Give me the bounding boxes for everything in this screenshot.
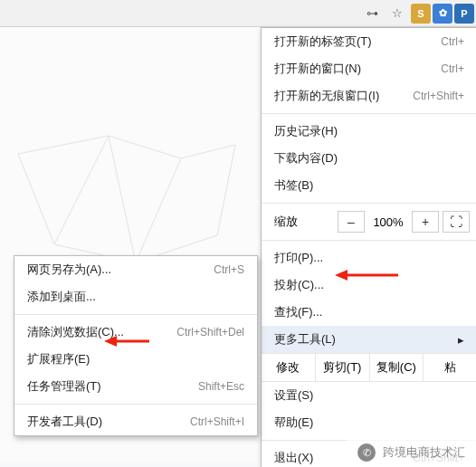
copy-button[interactable]: 复制(C) <box>370 354 424 381</box>
menu-more-tools[interactable]: 更多工具(L)▸ <box>262 326 476 353</box>
menu-edit-row: 修改 剪切(T) 复制(C) 粘 <box>262 353 476 382</box>
menu-help[interactable]: 帮助(E) <box>262 409 476 436</box>
menu-label: 退出(X) <box>274 450 313 466</box>
menu-settings[interactable]: 设置(S) <box>262 382 476 409</box>
shortcut: Ctrl+ <box>441 62 464 75</box>
menu-label: 扩展程序(E) <box>27 351 90 367</box>
submenu-arrow-icon: ▸ <box>458 333 464 347</box>
menu-label: 打开新的标签页(T) <box>274 33 372 50</box>
menu-label: 打开新的无痕窗口(I) <box>274 88 379 104</box>
shortcut: Ctrl+Shift+I <box>190 415 244 428</box>
watermark: ✆ 跨境电商技术汇 <box>347 438 476 467</box>
separator <box>14 404 257 405</box>
menu-label: 下载内容(D) <box>274 150 338 167</box>
browser-toolbar: ⊶ ☆ S ✿ P <box>0 0 476 27</box>
menu-bookmarks[interactable]: 书签(B) <box>262 172 476 199</box>
menu-label: 设置(S) <box>274 387 313 404</box>
separator <box>262 113 476 114</box>
extension-icon-1[interactable]: S <box>411 4 431 24</box>
menu-print[interactable]: 打印(P)... <box>262 244 476 272</box>
submenu-clear-data[interactable]: 清除浏览数据(C)...Ctrl+Shift+Del <box>14 319 257 346</box>
star-icon[interactable]: ☆ <box>386 2 409 25</box>
zoom-out-button[interactable]: – <box>338 211 365 233</box>
paste-button[interactable]: 粘 <box>424 354 476 381</box>
menu-label: 打开新的窗口(N) <box>274 61 361 77</box>
zoom-value: 100% <box>368 215 408 229</box>
shortcut: Ctrl+ <box>441 35 464 48</box>
menu-find[interactable]: 查找(F)... <box>262 299 476 326</box>
menu-label: 开发者工具(D) <box>27 414 102 430</box>
zoom-label: 缩放 <box>274 214 334 230</box>
menu-label: 任务管理器(T) <box>27 378 101 395</box>
shortcut: Shift+Esc <box>198 380 244 393</box>
menu-cast[interactable]: 投射(C)... <box>262 272 476 299</box>
fullscreen-button[interactable]: ⛶ <box>443 211 470 233</box>
menu-downloads[interactable]: 下载内容(D) <box>262 145 476 172</box>
menu-label: 帮助(E) <box>274 415 313 431</box>
extension-icon-3[interactable]: P <box>454 4 474 24</box>
separator <box>262 240 476 241</box>
menu-incognito[interactable]: 打开新的无痕窗口(I)Ctrl+Shift+ <box>262 82 476 110</box>
shortcut: Ctrl+S <box>214 263 244 276</box>
separator <box>262 203 476 204</box>
menu-label: 添加到桌面... <box>27 289 96 305</box>
edit-label: 修改 <box>262 354 316 381</box>
menu-new-window[interactable]: 打开新的窗口(N)Ctrl+ <box>262 55 476 82</box>
zoom-in-button[interactable]: + <box>412 211 439 233</box>
menu-label: 查找(F)... <box>274 304 322 320</box>
menu-label: 投射(C)... <box>274 277 324 293</box>
menu-new-tab[interactable]: 打开新的标签页(T)Ctrl+ <box>262 28 476 55</box>
menu-label: 历史记录(H) <box>274 123 338 139</box>
wechat-icon: ✆ <box>357 443 376 462</box>
cut-button[interactable]: 剪切(T) <box>316 354 370 381</box>
key-icon[interactable]: ⊶ <box>360 2 384 25</box>
shortcut: Ctrl+Shift+ <box>413 90 464 102</box>
menu-label: 网页另存为(A)... <box>27 262 111 278</box>
menu-label: 书签(B) <box>274 177 313 194</box>
shortcut: Ctrl+Shift+Del <box>176 326 244 338</box>
more-tools-submenu: 网页另存为(A)...Ctrl+S 添加到桌面... 清除浏览数据(C)...C… <box>14 255 258 436</box>
submenu-save-as[interactable]: 网页另存为(A)...Ctrl+S <box>14 256 257 283</box>
main-context-menu: 打开新的标签页(T)Ctrl+ 打开新的窗口(N)Ctrl+ 打开新的无痕窗口(… <box>261 27 476 467</box>
extension-icon-2[interactable]: ✿ <box>433 4 452 24</box>
submenu-extensions[interactable]: 扩展程序(E) <box>14 346 257 373</box>
submenu-task-manager[interactable]: 任务管理器(T)Shift+Esc <box>14 373 257 400</box>
submenu-add-desktop[interactable]: 添加到桌面... <box>14 283 257 310</box>
menu-zoom: 缩放 – 100% + ⛶ <box>262 207 476 236</box>
menu-history[interactable]: 历史记录(H) <box>262 118 476 145</box>
separator <box>14 314 257 315</box>
menu-label: 清除浏览数据(C)... <box>27 324 124 340</box>
watermark-text: 跨境电商技术汇 <box>383 444 465 461</box>
menu-label: 更多工具(L) <box>274 331 336 348</box>
submenu-dev-tools[interactable]: 开发者工具(D)Ctrl+Shift+I <box>14 408 257 435</box>
menu-label: 打印(P)... <box>274 250 323 266</box>
